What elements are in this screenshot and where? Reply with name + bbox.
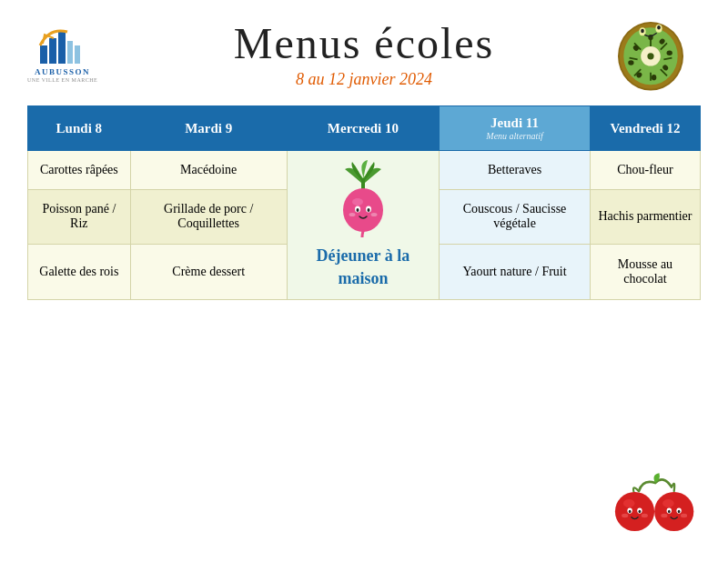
svg-point-24	[628, 60, 633, 65]
svg-point-9	[647, 53, 653, 59]
header: AUBUSSON UNE VILLE EN MARCHE Menus école…	[27, 18, 701, 89]
cell-vendredi-2: Hachis parmentier	[590, 189, 700, 245]
header-jeudi: Jeudi 11 Menu alternatif	[440, 106, 591, 151]
cell-jeudi-1: Betteraves	[440, 151, 591, 190]
svg-point-37	[349, 213, 355, 216]
table-header-row: Lundi 8 Mardi 9 Mercredi 10 Jeudi 11 Men…	[28, 106, 701, 151]
svg-point-45	[622, 514, 628, 518]
menu-table: Lundi 8 Mardi 9 Mercredi 10 Jeudi 11 Men…	[27, 105, 701, 300]
svg-point-39	[615, 492, 654, 531]
radish-svg	[327, 160, 399, 237]
cell-mardi-1: Macédoine	[130, 151, 287, 190]
cell-mardi-2: Grillade de porc / Coquillettes	[130, 189, 287, 245]
svg-point-48	[662, 499, 674, 507]
svg-point-28	[641, 29, 644, 34]
logo-icon	[35, 18, 90, 68]
table-row: Carottes râpées Macédoine	[28, 151, 701, 190]
svg-rect-2	[58, 32, 66, 64]
table-wrapper: Lundi 8 Mardi 9 Mercredi 10 Jeudi 11 Men…	[27, 105, 701, 300]
cell-mercredi: Déjeuner à la maison	[287, 151, 439, 300]
cell-lundi-1: Carottes râpées	[28, 151, 131, 190]
kiwi-icon	[610, 14, 692, 95]
mercredi-text: Déjeuner à la maison	[295, 245, 431, 290]
svg-point-52	[678, 510, 681, 514]
subtitle: 8 au 12 janvier 2024	[234, 70, 495, 89]
svg-point-29	[657, 25, 661, 30]
page: AUBUSSON UNE VILLE EN MARCHE Menus école…	[0, 0, 728, 562]
logo-tagline: UNE VILLE EN MARCHE	[27, 77, 97, 83]
cell-jeudi-3: Yaourt nature / Fruit	[440, 245, 591, 300]
svg-point-38	[370, 213, 377, 216]
svg-rect-0	[40, 45, 47, 64]
svg-point-36	[367, 208, 369, 212]
svg-point-35	[356, 208, 359, 212]
svg-rect-1	[49, 38, 56, 64]
cell-vendredi-1: Chou-fleur	[590, 151, 700, 190]
svg-point-22	[652, 75, 656, 80]
svg-point-47	[654, 492, 693, 531]
svg-point-44	[639, 510, 642, 514]
svg-point-31	[343, 188, 383, 232]
svg-point-43	[629, 510, 632, 514]
mercredi-content: Déjeuner à la maison	[295, 160, 431, 290]
svg-rect-30	[361, 178, 365, 189]
svg-point-20	[667, 51, 672, 55]
cell-lundi-2: Poisson pané / Riz	[28, 189, 131, 245]
logo: AUBUSSON UNE VILLE EN MARCHE	[27, 18, 97, 83]
svg-point-32	[352, 198, 363, 206]
header-vendredi: Vendredi 12	[590, 106, 700, 151]
svg-rect-4	[75, 45, 80, 64]
svg-point-54	[681, 514, 687, 518]
header-mercredi: Mercredi 10	[287, 106, 439, 151]
header-mardi: Mardi 9	[130, 106, 287, 151]
cell-mardi-3: Crème dessert	[130, 245, 287, 300]
main-title: Menus écoles	[234, 18, 495, 68]
svg-rect-3	[67, 41, 73, 64]
svg-point-51	[668, 510, 671, 514]
cell-vendredi-3: Mousse au chocolat	[590, 245, 700, 300]
logo-name: AUBUSSON	[35, 68, 90, 77]
header-center: Menus écoles 8 au 12 janvier 2024	[234, 18, 495, 89]
cell-lundi-3: Galette des rois	[28, 245, 131, 300]
svg-point-46	[642, 514, 648, 518]
cell-jeudi-2: Couscous / Saucisse végétale	[440, 189, 591, 245]
svg-point-40	[623, 499, 635, 507]
svg-point-53	[661, 514, 667, 518]
cherry-decoration	[610, 467, 701, 548]
header-lundi: Lundi 8	[28, 106, 131, 151]
